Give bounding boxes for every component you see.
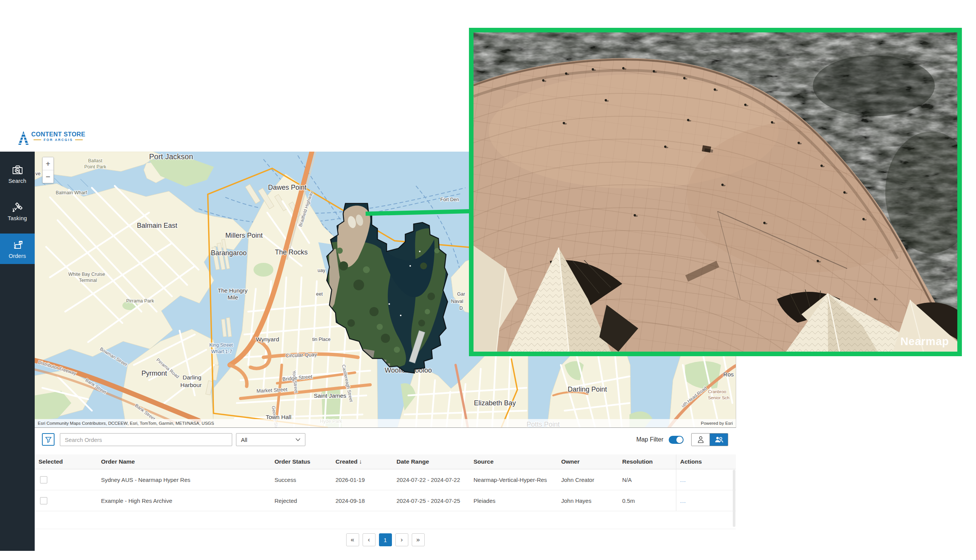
map-label: D	[460, 305, 463, 311]
row-checkbox[interactable]	[40, 497, 47, 504]
all-orders-button[interactable]	[710, 433, 728, 446]
table-row[interactable]: Example - High Res ArchiveRejected2024-0…	[35, 490, 736, 511]
col-order-status[interactable]: Order Status	[271, 458, 332, 465]
people-icon	[714, 436, 724, 443]
preview-connector-line	[366, 211, 477, 214]
col-owner[interactable]: Owner	[557, 458, 618, 465]
person-icon	[697, 436, 704, 443]
pagination: « ‹ 1 › »	[35, 533, 736, 546]
row-selected-cell	[35, 497, 97, 504]
page-first-button[interactable]: «	[346, 533, 359, 546]
map-label: Darling	[183, 374, 201, 380]
row-owner: John Hayes	[557, 498, 618, 504]
map-label: Cranbroo	[708, 389, 726, 394]
orders-table-header: Selected Order Name Order Status Created…	[35, 455, 736, 469]
sidebar-item-search[interactable]: Search	[0, 158, 35, 189]
map-label: Darling Point	[568, 385, 607, 393]
status-filter-value: All	[241, 437, 247, 443]
row-actions-menu[interactable]: ...	[680, 498, 686, 504]
row-created: 2026-01-19	[332, 477, 393, 483]
map-label: Ros	[723, 371, 734, 378]
map-label: Millers Point	[225, 232, 263, 239]
map-label: The Hungry	[218, 287, 248, 294]
col-created[interactable]: Created ↓	[332, 458, 393, 465]
orders-table: Selected Order Name Order Status Created…	[35, 455, 736, 529]
col-date-range[interactable]: Date Range	[393, 458, 470, 465]
map-label: Barangaroo	[211, 249, 247, 257]
page-next-button[interactable]: ›	[395, 533, 408, 546]
row-owner: John Creator	[557, 477, 618, 483]
map-label: Naval	[451, 299, 463, 304]
col-resolution[interactable]: Resolution	[618, 458, 676, 465]
table-row[interactable]: Sydney AUS - Nearmap Hyper ResSuccess202…	[35, 469, 736, 490]
status-filter-dropdown[interactable]: All	[236, 433, 305, 446]
search-orders-input[interactable]	[60, 433, 232, 446]
page-prev-button[interactable]: ‹	[363, 533, 376, 546]
sidebar-item-label: Search	[8, 178, 26, 184]
map-filter-toggle[interactable]	[669, 436, 684, 444]
row-source: Pleiades	[470, 498, 557, 504]
row-date-range: 2024-07-22 - 2024-07-22	[393, 477, 470, 483]
logo-dash-right	[75, 140, 83, 140]
map-label: Terminal	[79, 278, 97, 283]
map-label: Wharf 1-7	[211, 349, 232, 354]
search-camera-icon	[12, 163, 23, 176]
row-checkbox[interactable]	[40, 476, 47, 483]
col-order-name[interactable]: Order Name	[97, 458, 271, 465]
sidebar-item-label: Orders	[9, 253, 26, 259]
map-label: White Bay Cruise	[68, 272, 105, 277]
page-last-button[interactable]: »	[412, 533, 425, 546]
chevron-down-icon	[296, 438, 301, 441]
logo-subtitle: FOR ARCGIS	[43, 138, 73, 142]
owner-filter-segmented	[691, 433, 728, 446]
map-label: Balmain Wharf	[56, 190, 87, 195]
row-resolution: N/A	[618, 477, 676, 483]
nearmap-watermark: Nearmap	[900, 335, 949, 348]
map-attribution: Esri Community Maps Contributors, DCCEEW…	[35, 419, 736, 427]
imagery-preview: Nearmap	[473, 32, 957, 352]
attribution-text: Esri Community Maps Contributors, DCCEEW…	[38, 421, 214, 425]
row-source: Nearmap-Vertical-Hyper-Res	[470, 477, 557, 483]
map-label: uay	[318, 268, 326, 273]
map-label: Balmain East	[137, 222, 177, 229]
row-actions-menu[interactable]: ...	[680, 477, 686, 483]
my-orders-button[interactable]	[692, 433, 710, 446]
map-label: The Rocks	[275, 248, 308, 256]
row-selected-cell	[35, 476, 97, 483]
map-label: Fort Den	[440, 197, 459, 202]
powered-by-esri-link[interactable]: Powered by Esri	[701, 421, 733, 425]
row-created: 2024-09-18	[332, 498, 393, 504]
map-label: Dawes Point	[268, 183, 306, 191]
zoom-in-button[interactable]: +	[43, 157, 53, 170]
map-label: tin Place	[312, 337, 331, 342]
app-logo: CONTENT STORE FOR ARCGIS	[18, 131, 85, 146]
zoom-out-button[interactable]: −	[43, 170, 53, 183]
sidebar: Search Tasking Orders	[0, 152, 35, 551]
table-scrollbar[interactable]	[733, 470, 735, 527]
col-actions: Actions	[676, 455, 736, 469]
satellite-icon	[12, 201, 23, 213]
col-selected[interactable]: Selected	[35, 458, 97, 465]
map-label: Harbour	[180, 382, 202, 388]
map-label: Senior Sch	[708, 395, 729, 400]
sidebar-item-orders[interactable]: Orders	[0, 233, 35, 264]
sidebar-item-tasking[interactable]: Tasking	[0, 196, 35, 226]
page-number-button[interactable]: 1	[379, 533, 392, 546]
sidebar-item-label: Tasking	[8, 215, 27, 221]
map-label: Wynyard	[256, 336, 279, 342]
table-empty-area	[35, 511, 736, 529]
map-label: Gar	[457, 292, 465, 297]
logo-dash-left	[33, 140, 41, 140]
col-source[interactable]: Source	[470, 458, 557, 465]
map-label: Mile	[227, 294, 238, 300]
map-label: Circular Quay	[286, 352, 317, 358]
map-label: eet	[316, 292, 323, 297]
map-label: Pirrama Park	[126, 298, 154, 303]
map-label: ve	[35, 171, 40, 177]
map-label: Point Park	[84, 164, 106, 170]
filter-button[interactable]	[42, 433, 55, 446]
logo-mountain-icon	[18, 131, 28, 146]
logo-title: CONTENT STORE	[31, 131, 85, 138]
row-order-status: Success	[271, 477, 332, 483]
map-label: Saint James	[314, 392, 346, 399]
